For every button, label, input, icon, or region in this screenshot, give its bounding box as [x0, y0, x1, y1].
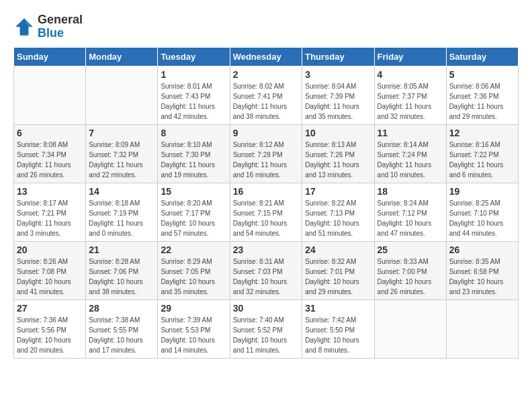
calendar-cell: 26Sunrise: 8:35 AM Sunset: 6:58 PM Dayli… [446, 241, 518, 300]
day-number: 30 [233, 303, 300, 314]
calendar-cell: 4Sunrise: 8:05 AM Sunset: 7:37 PM Daylig… [374, 66, 446, 124]
day-number: 11 [378, 128, 443, 138]
day-info: Sunrise: 8:31 AM Sunset: 7:03 PM Dayligh… [233, 257, 300, 297]
calendar-week-row: 27Sunrise: 7:36 AM Sunset: 5:56 PM Dayli… [14, 300, 519, 358]
logo: General Blue [13, 13, 83, 40]
day-header-friday: Friday [374, 47, 446, 66]
day-info: Sunrise: 8:13 AM Sunset: 7:26 PM Dayligh… [305, 140, 371, 180]
day-number: 22 [161, 244, 226, 255]
day-number: 12 [449, 128, 515, 138]
calendar-week-row: 1Sunrise: 8:01 AM Sunset: 7:43 PM Daylig… [14, 66, 519, 124]
day-info: Sunrise: 7:36 AM Sunset: 5:56 PM Dayligh… [17, 315, 83, 355]
calendar-cell: 7Sunrise: 8:09 AM Sunset: 7:32 PM Daylig… [86, 124, 158, 183]
day-number: 4 [378, 69, 443, 80]
day-info: Sunrise: 8:10 AM Sunset: 7:30 PM Dayligh… [161, 140, 226, 180]
logo-text-blue: Blue [38, 27, 83, 40]
day-number: 7 [89, 128, 154, 138]
day-number: 9 [233, 128, 300, 138]
calendar-cell: 9Sunrise: 8:12 AM Sunset: 7:28 PM Daylig… [230, 124, 302, 183]
day-number: 8 [161, 128, 226, 138]
day-info: Sunrise: 8:12 AM Sunset: 7:28 PM Dayligh… [233, 140, 300, 180]
day-number: 19 [449, 186, 515, 197]
calendar-cell: 16Sunrise: 8:21 AM Sunset: 7:15 PM Dayli… [230, 183, 302, 241]
calendar-cell: 21Sunrise: 8:28 AM Sunset: 7:06 PM Dayli… [86, 241, 158, 300]
day-number: 3 [305, 69, 371, 80]
day-number: 27 [17, 303, 83, 314]
day-number: 29 [161, 303, 226, 314]
day-info: Sunrise: 8:20 AM Sunset: 7:17 PM Dayligh… [161, 198, 226, 238]
day-number: 24 [305, 244, 371, 255]
calendar-cell: 17Sunrise: 8:22 AM Sunset: 7:13 PM Dayli… [302, 183, 374, 241]
calendar-cell: 25Sunrise: 8:33 AM Sunset: 7:00 PM Dayli… [374, 241, 446, 300]
day-header-tuesday: Tuesday [158, 47, 230, 66]
day-header-thursday: Thursday [302, 47, 374, 66]
day-info: Sunrise: 8:35 AM Sunset: 6:58 PM Dayligh… [449, 257, 515, 297]
calendar-cell: 27Sunrise: 7:36 AM Sunset: 5:56 PM Dayli… [14, 300, 86, 358]
day-number: 6 [17, 128, 83, 138]
day-info: Sunrise: 8:28 AM Sunset: 7:06 PM Dayligh… [89, 257, 154, 297]
day-info: Sunrise: 8:05 AM Sunset: 7:37 PM Dayligh… [378, 81, 443, 122]
calendar-cell: 20Sunrise: 8:26 AM Sunset: 7:08 PM Dayli… [14, 241, 86, 300]
day-number: 26 [449, 244, 515, 255]
day-info: Sunrise: 8:26 AM Sunset: 7:08 PM Dayligh… [17, 257, 83, 297]
calendar-cell: 19Sunrise: 8:25 AM Sunset: 7:10 PM Dayli… [446, 183, 518, 241]
day-info: Sunrise: 8:02 AM Sunset: 7:41 PM Dayligh… [233, 81, 300, 122]
day-number: 21 [89, 244, 154, 255]
calendar-cell [86, 66, 158, 124]
calendar-cell: 10Sunrise: 8:13 AM Sunset: 7:26 PM Dayli… [302, 124, 374, 183]
calendar-cell [14, 66, 86, 124]
calendar-cell: 18Sunrise: 8:24 AM Sunset: 7:12 PM Dayli… [374, 183, 446, 241]
calendar-week-row: 6Sunrise: 8:08 AM Sunset: 7:34 PM Daylig… [14, 124, 519, 183]
page-header: General Blue [13, 13, 519, 40]
day-info: Sunrise: 8:18 AM Sunset: 7:19 PM Dayligh… [89, 198, 154, 238]
day-number: 1 [161, 69, 226, 80]
calendar-cell: 6Sunrise: 8:08 AM Sunset: 7:34 PM Daylig… [14, 124, 86, 183]
day-info: Sunrise: 8:08 AM Sunset: 7:34 PM Dayligh… [17, 140, 83, 180]
calendar-cell: 5Sunrise: 8:06 AM Sunset: 7:36 PM Daylig… [446, 66, 518, 124]
calendar-header-row: SundayMondayTuesdayWednesdayThursdayFrid… [14, 47, 519, 66]
day-info: Sunrise: 8:21 AM Sunset: 7:15 PM Dayligh… [233, 198, 300, 238]
calendar-cell: 2Sunrise: 8:02 AM Sunset: 7:41 PM Daylig… [230, 66, 302, 124]
day-info: Sunrise: 8:09 AM Sunset: 7:32 PM Dayligh… [89, 140, 154, 180]
day-number: 17 [305, 186, 371, 197]
day-info: Sunrise: 7:39 AM Sunset: 5:53 PM Dayligh… [161, 315, 226, 355]
calendar-cell: 24Sunrise: 8:32 AM Sunset: 7:01 PM Dayli… [302, 241, 374, 300]
calendar-cell: 30Sunrise: 7:40 AM Sunset: 5:52 PM Dayli… [230, 300, 302, 358]
calendar-cell: 14Sunrise: 8:18 AM Sunset: 7:19 PM Dayli… [86, 183, 158, 241]
day-number: 20 [17, 244, 83, 255]
day-header-monday: Monday [86, 47, 158, 66]
day-number: 31 [305, 303, 371, 314]
day-info: Sunrise: 8:01 AM Sunset: 7:43 PM Dayligh… [161, 81, 226, 122]
logo-text-general: General [38, 13, 83, 27]
day-info: Sunrise: 8:14 AM Sunset: 7:24 PM Dayligh… [378, 140, 443, 180]
day-number: 14 [89, 186, 154, 197]
calendar-week-row: 13Sunrise: 8:17 AM Sunset: 7:21 PM Dayli… [14, 183, 519, 241]
day-number: 13 [17, 186, 83, 197]
day-info: Sunrise: 8:17 AM Sunset: 7:21 PM Dayligh… [17, 198, 83, 238]
day-header-sunday: Sunday [14, 47, 86, 66]
day-number: 28 [89, 303, 154, 314]
calendar-cell [374, 300, 446, 358]
day-info: Sunrise: 7:40 AM Sunset: 5:52 PM Dayligh… [233, 315, 300, 355]
day-number: 5 [449, 69, 515, 80]
day-number: 15 [161, 186, 226, 197]
day-info: Sunrise: 8:29 AM Sunset: 7:05 PM Dayligh… [161, 257, 226, 297]
calendar-cell [446, 300, 518, 358]
calendar-cell: 3Sunrise: 8:04 AM Sunset: 7:39 PM Daylig… [302, 66, 374, 124]
calendar-cell: 28Sunrise: 7:38 AM Sunset: 5:55 PM Dayli… [86, 300, 158, 358]
day-info: Sunrise: 8:25 AM Sunset: 7:10 PM Dayligh… [449, 198, 515, 238]
day-info: Sunrise: 8:04 AM Sunset: 7:39 PM Dayligh… [305, 81, 371, 122]
calendar-table: SundayMondayTuesdayWednesdayThursdayFrid… [13, 47, 519, 359]
calendar-cell: 15Sunrise: 8:20 AM Sunset: 7:17 PM Dayli… [158, 183, 230, 241]
day-header-wednesday: Wednesday [230, 47, 302, 66]
day-number: 23 [233, 244, 300, 255]
day-number: 18 [378, 186, 443, 197]
day-info: Sunrise: 8:24 AM Sunset: 7:12 PM Dayligh… [378, 198, 443, 238]
day-info: Sunrise: 7:38 AM Sunset: 5:55 PM Dayligh… [89, 315, 154, 355]
calendar-cell: 23Sunrise: 8:31 AM Sunset: 7:03 PM Dayli… [230, 241, 302, 300]
day-info: Sunrise: 8:32 AM Sunset: 7:01 PM Dayligh… [305, 257, 371, 297]
day-info: Sunrise: 7:42 AM Sunset: 5:50 PM Dayligh… [305, 315, 371, 355]
calendar-cell: 29Sunrise: 7:39 AM Sunset: 5:53 PM Dayli… [158, 300, 230, 358]
calendar-cell: 8Sunrise: 8:10 AM Sunset: 7:30 PM Daylig… [158, 124, 230, 183]
day-info: Sunrise: 8:33 AM Sunset: 7:00 PM Dayligh… [378, 257, 443, 297]
